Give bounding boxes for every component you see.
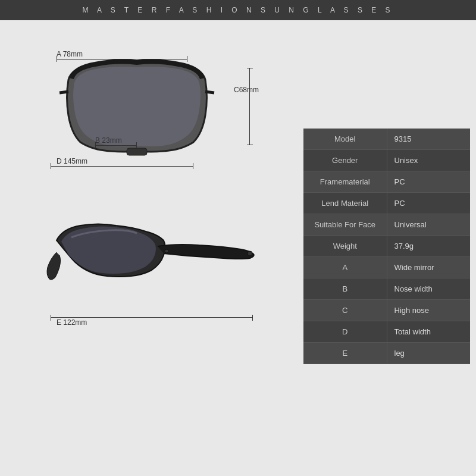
spec-label: Suitable For Face bbox=[303, 214, 387, 236]
table-row: GenderUnisex bbox=[303, 150, 470, 171]
spec-value: Wide mirror bbox=[387, 257, 471, 278]
spec-label: Weight bbox=[303, 236, 387, 257]
svg-line-1 bbox=[60, 92, 68, 93]
dim-d-label: D 145mm bbox=[57, 157, 87, 165]
spec-label: Model bbox=[303, 129, 387, 150]
table-row: Eleg bbox=[303, 343, 470, 364]
svg-line-2 bbox=[205, 92, 214, 93]
table-row: FramematerialPC bbox=[303, 171, 470, 193]
specs-table: Model9315GenderUnisexFramematerialPCLend… bbox=[303, 129, 470, 364]
spec-value: Nose width bbox=[387, 278, 471, 300]
spec-value: Total width bbox=[387, 321, 471, 343]
right-panel: Model9315GenderUnisexFramematerialPCLend… bbox=[303, 20, 476, 472]
spec-label: Gender bbox=[303, 150, 387, 171]
glasses-side-view: E 122mm bbox=[39, 211, 265, 330]
spec-label: Framematerial bbox=[303, 171, 387, 193]
table-row: BNose width bbox=[303, 278, 470, 300]
spec-value: PC bbox=[387, 193, 471, 214]
table-row: Suitable For FaceUniversal bbox=[303, 214, 470, 236]
spec-value: High nose bbox=[387, 300, 471, 321]
main-content: A 78mm C68mm bbox=[0, 20, 476, 472]
table-row: AWide mirror bbox=[303, 257, 470, 278]
glasses-front-view: A 78mm C68mm bbox=[39, 32, 265, 199]
page-header: M A S T E R F A S H I O N S U N G L A S … bbox=[0, 0, 476, 20]
left-panel: A 78mm C68mm bbox=[0, 20, 303, 472]
spec-label: B bbox=[303, 278, 387, 300]
dim-e-label: E 122mm bbox=[57, 318, 87, 327]
spec-value: 9315 bbox=[387, 129, 471, 150]
spec-value: Universal bbox=[387, 214, 471, 236]
spec-label: E bbox=[303, 343, 387, 364]
svg-rect-0 bbox=[127, 148, 147, 155]
table-row: CHigh nose bbox=[303, 300, 470, 321]
header-title: M A S T E R F A S H I O N S U N G L A S … bbox=[82, 6, 393, 14]
glasses-front-svg bbox=[57, 56, 217, 169]
spec-value: PC bbox=[387, 171, 471, 193]
svg-point-3 bbox=[248, 251, 252, 256]
table-row: Model9315 bbox=[303, 129, 470, 150]
spec-value: leg bbox=[387, 343, 471, 364]
svg-point-4 bbox=[165, 249, 168, 253]
dim-b-label: B 23mm bbox=[95, 136, 122, 145]
spec-label: A bbox=[303, 257, 387, 278]
spec-value: 37.9g bbox=[387, 236, 471, 257]
spec-label: C bbox=[303, 300, 387, 321]
spec-label: D bbox=[303, 321, 387, 343]
glasses-side-svg bbox=[39, 211, 259, 306]
dim-c-label: C68mm bbox=[234, 86, 259, 94]
spec-value: Unisex bbox=[387, 150, 471, 171]
spec-label: Lend Material bbox=[303, 193, 387, 214]
table-row: Weight37.9g bbox=[303, 236, 470, 257]
table-row: DTotal width bbox=[303, 321, 470, 343]
table-row: Lend MaterialPC bbox=[303, 193, 470, 214]
